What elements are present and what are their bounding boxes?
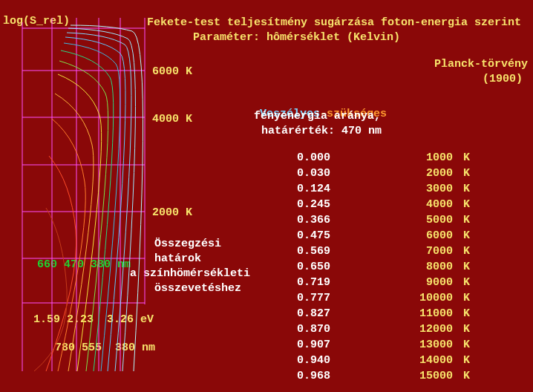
ratio-value: 0.000 <box>297 151 386 167</box>
ratio-unit: K <box>463 292 478 307</box>
ratio-temp: 14000 <box>386 354 463 370</box>
ratio-value: 0.030 <box>297 167 386 183</box>
ratio-temp: 4000 <box>386 198 463 214</box>
ratio-row: 0.2454000K <box>297 198 478 214</box>
ratio-unit: K <box>463 354 478 370</box>
ratio-temp: 9000 <box>386 276 463 292</box>
ratio-value: 0.366 <box>297 214 386 229</box>
ratio-unit: K <box>463 307 478 323</box>
ratio-temp: 1000 <box>386 151 463 167</box>
ratio-row: 0.87012000K <box>297 323 478 339</box>
ratio-row: 0.94014000K <box>297 354 478 370</box>
ratio-temp: 3000 <box>386 183 463 198</box>
ratio-row: 0.7199000K <box>297 276 478 292</box>
ratio-row: 0.90713000K <box>297 339 478 354</box>
ratio-row: 0.77710000K <box>297 292 478 307</box>
ratio-temp: 8000 <box>386 261 463 276</box>
ratio-temp: 5000 <box>386 214 463 229</box>
ratio-unit: K <box>463 245 478 261</box>
ratio-value: 0.245 <box>297 198 386 214</box>
ratio-unit: K <box>463 323 478 339</box>
ratio-unit: K <box>463 276 478 292</box>
ratio-value: 0.968 <box>297 370 386 385</box>
ratio-row: 0.4756000K <box>297 229 478 245</box>
ratio-row: 0.5697000K <box>297 245 478 261</box>
ratio-row: 0.82711000K <box>297 307 478 323</box>
ratio-value: 0.650 <box>297 261 386 276</box>
ratio-row: 0.1243000K <box>297 183 478 198</box>
ratio-row: 0.96815000K <box>297 370 478 385</box>
ratio-unit: K <box>463 214 478 229</box>
ratio-unit: K <box>463 370 478 385</box>
ratio-row: 0.3665000K <box>297 214 478 229</box>
ratio-unit: K <box>463 198 478 214</box>
ratio-temp: 7000 <box>386 245 463 261</box>
ratio-temp: 12000 <box>386 323 463 339</box>
ratio-temp: 10000 <box>386 292 463 307</box>
ratio-temp: 13000 <box>386 339 463 354</box>
grid-horizontals <box>22 28 145 303</box>
ratio-value: 0.777 <box>297 292 386 307</box>
ratio-row: 0.0001000K <box>297 151 478 167</box>
ratio-value: 0.475 <box>297 229 386 245</box>
ratio-unit: K <box>463 339 478 354</box>
ratio-row: 0.6508000K <box>297 261 478 276</box>
ratio-unit: K <box>463 261 478 276</box>
ratio-unit: K <box>463 151 478 167</box>
ratio-temp: 2000 <box>386 167 463 183</box>
ratio-temp: 15000 <box>386 370 463 385</box>
ratio-unit: K <box>463 183 478 198</box>
ratio-value: 0.719 <box>297 276 386 292</box>
ratio-temp: 6000 <box>386 229 463 245</box>
ratio-value: 0.907 <box>297 339 386 354</box>
ratio-value: 0.827 <box>297 307 386 323</box>
ratio-value: 0.569 <box>297 245 386 261</box>
ratio-value: 0.870 <box>297 323 386 339</box>
ratio-unit: K <box>463 229 478 245</box>
planck-curves <box>34 25 143 371</box>
ratio-row: 0.0302000K <box>297 167 478 183</box>
ratio-unit: K <box>463 167 478 183</box>
ratio-value: 0.940 <box>297 354 386 370</box>
ratio-value: 0.124 <box>297 183 386 198</box>
ratio-temp: 11000 <box>386 307 463 323</box>
